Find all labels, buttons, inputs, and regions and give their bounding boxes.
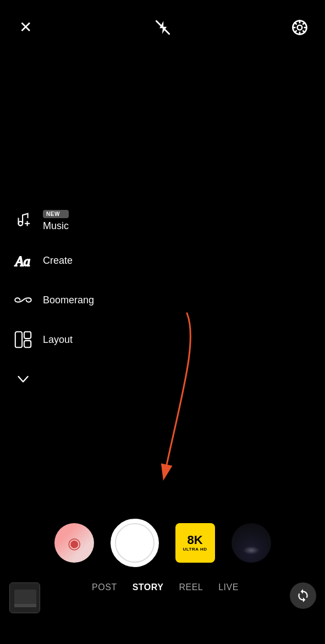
- svg-rect-17: [24, 341, 31, 347]
- gallery-face-thumb[interactable]: [54, 523, 94, 563]
- svg-rect-21: [14, 604, 36, 607]
- flash-toggle-button[interactable]: [153, 18, 173, 37]
- music-label-wrap: NEW Music: [43, 210, 69, 232]
- last-photo-thumbnail[interactable]: [9, 582, 40, 613]
- tab-story[interactable]: STORY: [133, 582, 164, 592]
- new-badge: NEW: [43, 210, 69, 218]
- shutter-button[interactable]: [111, 519, 159, 567]
- top-bar: ✕: [0, 0, 325, 44]
- flip-camera-button[interactable]: [290, 582, 316, 609]
- text-icon: Aa: [11, 248, 35, 273]
- more-tools-button[interactable]: [11, 367, 94, 391]
- svg-line-7: [295, 23, 296, 24]
- svg-rect-16: [24, 332, 31, 338]
- svg-point-11: [18, 221, 23, 226]
- music-label: Music: [43, 220, 69, 232]
- svg-line-8: [303, 31, 305, 32]
- tab-post[interactable]: POST: [92, 582, 117, 592]
- create-tool[interactable]: Aa Create: [11, 248, 94, 273]
- create-label: Create: [43, 255, 73, 267]
- svg-rect-15: [15, 332, 22, 347]
- svg-line-9: [303, 23, 305, 24]
- last-photo-area[interactable]: [0, 582, 49, 619]
- camera-mode-tabs: POST STORY REEL LIVE: [49, 582, 281, 592]
- layout-tool[interactable]: Layout: [11, 327, 94, 352]
- close-button[interactable]: ✕: [15, 18, 35, 37]
- layout-icon: [11, 327, 35, 352]
- gallery-landscape-thumb[interactable]: [232, 523, 271, 563]
- boomerang-label: Boomerang: [43, 295, 94, 306]
- shutter-inner: [115, 523, 155, 563]
- music-tool[interactable]: NEW Music: [11, 209, 94, 233]
- chevron-down-icon: [11, 367, 35, 391]
- 8k-sub-text: ULTRA HD: [183, 547, 207, 552]
- left-tools-panel: NEW Music Aa Create Boomerang: [11, 209, 94, 391]
- settings-button[interactable]: [290, 18, 310, 37]
- svg-line-10: [295, 31, 296, 32]
- tab-live[interactable]: LIVE: [218, 582, 239, 592]
- camera-controls: 8K ULTRA HD: [0, 519, 325, 567]
- bottom-nav: POST STORY REEL LIVE: [0, 573, 325, 644]
- camera-screen: ✕: [0, 0, 325, 644]
- flip-camera-area: [281, 582, 325, 609]
- music-add-icon: [11, 209, 35, 233]
- layout-label: Layout: [43, 334, 73, 346]
- svg-text:Aa: Aa: [14, 254, 30, 269]
- infinity-icon: [11, 288, 35, 312]
- annotation-arrow: [110, 297, 220, 495]
- tab-reel[interactable]: REEL: [179, 582, 203, 592]
- 8k-badge-thumb[interactable]: 8K ULTRA HD: [175, 523, 215, 563]
- boomerang-tool[interactable]: Boomerang: [11, 288, 94, 312]
- svg-point-2: [298, 25, 302, 30]
- 8k-text: 8K: [187, 534, 202, 546]
